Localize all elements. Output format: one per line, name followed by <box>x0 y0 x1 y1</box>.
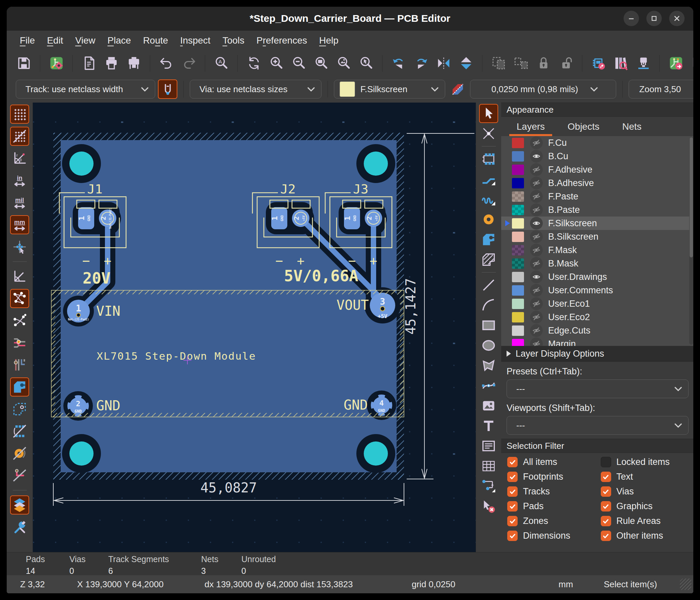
visibility-off-icon[interactable] <box>530 203 543 216</box>
visibility-on-icon[interactable] <box>530 271 543 283</box>
layer-color-swatch[interactable] <box>512 165 524 175</box>
properties-panel-button[interactable] <box>10 518 29 536</box>
flip-horizontal-button[interactable] <box>434 54 453 73</box>
layer-row-user-drawings[interactable]: User.Drawings <box>501 270 693 283</box>
layer-row-user-eco1[interactable]: User.Eco1 <box>501 297 693 310</box>
units-inches-button[interactable]: in <box>10 171 29 190</box>
visibility-on-icon[interactable] <box>530 217 543 230</box>
sketch-vias-button[interactable] <box>10 444 29 463</box>
menu-edit[interactable]: Edit <box>43 33 67 48</box>
visibility-off-icon[interactable] <box>530 136 543 149</box>
visibility-off-icon[interactable] <box>530 284 543 297</box>
flip-board-view-button[interactable] <box>448 79 467 99</box>
visibility-on-icon[interactable] <box>530 150 543 162</box>
layer-color-swatch[interactable] <box>512 258 524 269</box>
zone-outlines-button[interactable] <box>10 400 29 419</box>
rotate-ccw-button[interactable] <box>389 54 408 73</box>
menu-help[interactable]: Help <box>315 33 343 48</box>
minimize-button[interactable] <box>624 11 639 26</box>
board-setup-button[interactable] <box>47 54 66 73</box>
find-button[interactable]: A <box>211 54 231 73</box>
track-width-dropdown[interactable]: Track: use netclass width <box>16 80 155 99</box>
add-table-button[interactable] <box>479 456 498 476</box>
layer-color-swatch[interactable] <box>512 178 524 189</box>
edit-footprint-button[interactable] <box>589 54 608 73</box>
pcb-canvas[interactable]: 1 GND 2 Net-(J1-Pad2) 1 GND 2 +5V 1 GND … <box>33 103 476 552</box>
tab-nets[interactable]: Nets <box>611 118 652 136</box>
redo-button[interactable] <box>179 54 198 73</box>
layer-row-user-comments[interactable]: User.Comments <box>501 283 693 297</box>
add-dimension-button[interactable] <box>479 477 498 496</box>
visibility-off-icon[interactable] <box>530 190 543 203</box>
filter-all-items[interactable]: All items <box>507 457 601 467</box>
menu-view[interactable]: View <box>71 33 100 48</box>
visibility-off-icon[interactable] <box>530 230 543 243</box>
layer-row-f-cu[interactable]: F.Cu <box>501 136 693 150</box>
swap-footprint-button[interactable] <box>634 54 653 73</box>
visibility-off-icon[interactable] <box>530 177 543 190</box>
page-setup-button[interactable] <box>79 54 99 73</box>
select-button[interactable] <box>479 104 498 123</box>
visibility-off-icon[interactable] <box>530 163 543 176</box>
close-button[interactable] <box>669 11 684 26</box>
menu-route[interactable]: Route <box>139 33 173 48</box>
lock-button[interactable] <box>534 54 553 73</box>
layer-row-b-adhesive[interactable]: B.Adhesive <box>501 176 693 190</box>
zoom-selection-button[interactable] <box>356 54 376 73</box>
layer-row-b-silkscreen[interactable]: B.Silkscreen <box>501 230 693 243</box>
layer-color-swatch[interactable] <box>512 285 524 296</box>
zoom-in-button[interactable] <box>267 54 286 73</box>
layer-row-margin[interactable]: Margin <box>501 337 693 346</box>
layer-color-swatch[interactable] <box>512 205 524 215</box>
unlock-button[interactable] <box>556 54 576 73</box>
add-rule-area-button[interactable] <box>479 250 498 269</box>
run-drc-button[interactable] <box>689 54 693 73</box>
polar-coordinates-button[interactable]: θr <box>10 149 29 168</box>
layer-color-swatch[interactable] <box>512 218 524 229</box>
add-zone-button[interactable] <box>479 230 498 249</box>
viewports-dropdown[interactable]: --- <box>506 416 689 435</box>
group-button[interactable] <box>489 54 508 73</box>
layer-row-f-mask[interactable]: F.Mask <box>501 243 693 257</box>
add-via-button[interactable] <box>479 210 498 229</box>
maximize-button[interactable] <box>646 11 662 26</box>
add-text-button[interactable] <box>479 416 498 435</box>
visibility-off-icon[interactable] <box>530 324 543 337</box>
layer-row-b-paste[interactable]: B.Paste <box>501 203 693 217</box>
filter-footprints[interactable]: Footprints <box>507 472 601 482</box>
delete-tool-button[interactable] <box>479 497 498 516</box>
presets-dropdown[interactable]: --- <box>506 379 689 398</box>
sketch-tracks-button[interactable] <box>10 466 29 485</box>
save-button[interactable] <box>14 54 33 73</box>
update-pcb-from-schematic-button[interactable] <box>666 54 685 73</box>
rotate-cw-button[interactable] <box>411 54 431 73</box>
layer-color-swatch[interactable] <box>512 245 524 255</box>
resize-grip[interactable] <box>680 579 691 590</box>
zoom-dropdown[interactable]: Zoom 3,50 <box>629 80 693 99</box>
layer-row-b-cu[interactable]: B.Cu <box>501 150 693 163</box>
crosshair-cursor-button[interactable] <box>10 237 29 256</box>
filter-vias[interactable]: Vias <box>601 486 694 497</box>
tab-objects[interactable]: Objects <box>557 118 610 136</box>
add-footprint-button[interactable] <box>479 150 498 169</box>
local-ratsnest-button[interactable] <box>479 124 498 143</box>
refresh-button[interactable] <box>244 54 264 73</box>
plot-button[interactable] <box>124 54 144 73</box>
visibility-off-icon[interactable] <box>530 297 543 310</box>
layer-color-swatch[interactable] <box>512 325 524 336</box>
menu-inspect[interactable]: Inspect <box>176 33 215 48</box>
dimension-height-text[interactable]: 45,1427 <box>403 278 418 335</box>
draw-rectangle-button[interactable] <box>479 316 498 335</box>
titlebar[interactable]: *Step_Down_Carrier_Board — PCB Editor <box>7 7 693 30</box>
layer-color-swatch[interactable] <box>512 192 524 202</box>
visibility-off-icon[interactable] <box>530 338 543 346</box>
filter-dimensions[interactable]: Dimensions <box>507 531 601 541</box>
filter-text[interactable]: Text <box>601 472 694 482</box>
add-textbox-button[interactable] <box>479 436 498 455</box>
layer-row-user-eco2[interactable]: User.Eco2 <box>501 310 693 324</box>
layer-row-f-paste[interactable]: F.Paste <box>501 190 693 203</box>
net-highlight-button[interactable] <box>10 333 29 352</box>
draw-bezier-button[interactable] <box>479 376 498 395</box>
draw-circle-button[interactable] <box>479 336 498 355</box>
menu-preferences[interactable]: Preferences <box>252 33 311 48</box>
